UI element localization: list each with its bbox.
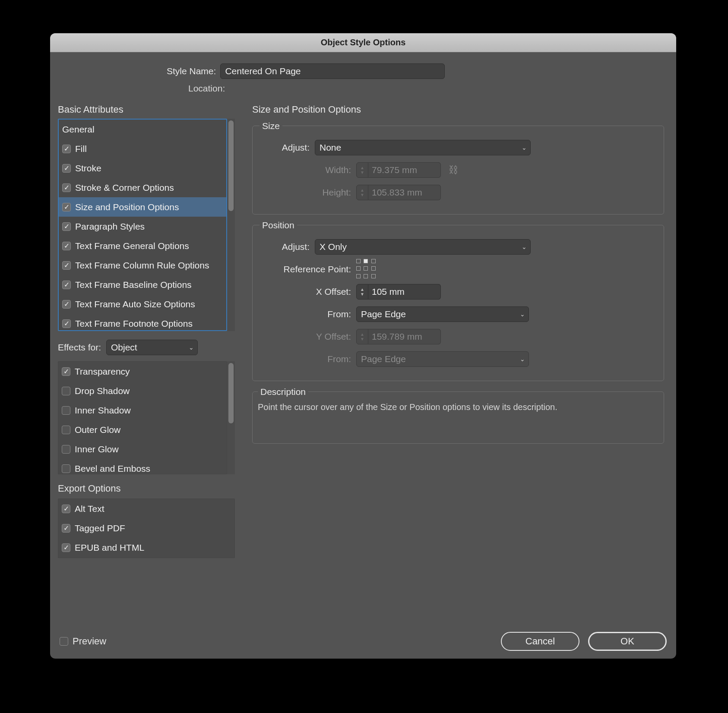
location-label: Location: bbox=[188, 83, 225, 94]
basic-attributes-heading: Basic Attributes bbox=[58, 104, 244, 115]
chevron-down-icon: ⌄ bbox=[520, 311, 525, 318]
height-stepper: ▲▼ bbox=[356, 185, 368, 200]
list-item[interactable]: Stroke & Corner Options bbox=[59, 178, 226, 197]
list-item[interactable]: General bbox=[59, 120, 226, 139]
list-item[interactable]: Text Frame General Options bbox=[59, 236, 226, 256]
list-item-label: Bevel and Emboss bbox=[75, 464, 150, 474]
list-item-label: Fill bbox=[75, 144, 87, 154]
list-item[interactable]: Text Frame Baseline Options bbox=[59, 275, 226, 294]
list-item-label: Alt Text bbox=[75, 504, 104, 514]
list-item[interactable]: Paragraph Styles bbox=[59, 217, 226, 236]
list-item[interactable]: Inner Glow bbox=[58, 439, 227, 459]
x-offset-input[interactable]: 105 mm bbox=[368, 284, 441, 300]
effects-for-label: Effects for: bbox=[58, 342, 101, 353]
panel-title: Size and Position Options bbox=[252, 104, 664, 115]
effects-for-dropdown[interactable]: Object ⌄ bbox=[106, 340, 198, 355]
object-style-options-window: Object Style Options Style Name: Locatio… bbox=[50, 33, 676, 659]
list-item[interactable]: Text Frame Auto Size Options bbox=[59, 294, 226, 314]
chevron-down-icon: ⌄ bbox=[522, 144, 527, 151]
description-legend: Description bbox=[258, 387, 308, 397]
x-offset-stepper[interactable]: ▲▼ bbox=[356, 284, 368, 300]
description-text: Point the cursor over any of the Size or… bbox=[258, 401, 658, 413]
size-adjust-label: Adjust: bbox=[261, 142, 315, 153]
window-title: Object Style Options bbox=[50, 33, 676, 52]
basic-attributes-scrollbar[interactable] bbox=[227, 119, 235, 331]
style-name-input[interactable] bbox=[220, 63, 445, 79]
list-item[interactable]: Alt Text bbox=[58, 499, 234, 518]
list-item[interactable]: Bevel and Emboss bbox=[58, 459, 227, 474]
list-item-label: Stroke & Corner Options bbox=[75, 183, 174, 193]
ok-button[interactable]: OK bbox=[588, 632, 667, 651]
list-item-label: Outer Glow bbox=[75, 425, 120, 435]
width-input: 79.375 mm bbox=[368, 162, 441, 178]
checkbox[interactable] bbox=[62, 524, 70, 533]
position-adjust-dropdown[interactable]: X Only ⌄ bbox=[315, 239, 531, 255]
list-item-label: Text Frame Footnote Options bbox=[75, 319, 193, 329]
export-options-heading: Export Options bbox=[58, 483, 244, 494]
list-item[interactable]: Inner Shadow bbox=[58, 401, 227, 420]
size-group: Size Adjust: None ⌄ Width: ▲▼ 79 bbox=[252, 126, 664, 215]
checkbox[interactable] bbox=[62, 261, 71, 270]
list-item-label: Text Frame Baseline Options bbox=[75, 280, 192, 290]
list-item[interactable]: EPUB and HTML bbox=[58, 538, 234, 557]
list-item[interactable]: Text Frame Footnote Options bbox=[59, 314, 226, 331]
list-item-label: Size and Position Options bbox=[75, 202, 179, 212]
list-item[interactable]: Tagged PDF bbox=[58, 518, 234, 538]
cancel-button[interactable]: Cancel bbox=[501, 632, 579, 651]
checkbox[interactable] bbox=[62, 203, 71, 211]
width-stepper: ▲▼ bbox=[356, 162, 368, 178]
height-label: Height: bbox=[261, 187, 356, 198]
basic-attributes-list[interactable]: GeneralFillStrokeStroke & Corner Options… bbox=[58, 119, 227, 331]
checkbox[interactable] bbox=[62, 145, 71, 153]
y-offset-input: 159.789 mm bbox=[368, 329, 441, 344]
list-item-label: Stroke bbox=[75, 163, 101, 174]
checkbox[interactable] bbox=[62, 222, 71, 231]
list-item-label: Drop Shadow bbox=[75, 386, 130, 396]
description-group: Description Point the cursor over any of… bbox=[252, 391, 664, 444]
list-item[interactable]: Drop Shadow bbox=[58, 381, 227, 401]
list-item-label: Transparency bbox=[75, 366, 130, 377]
list-item[interactable]: Outer Glow bbox=[58, 420, 227, 439]
list-item[interactable]: Size and Position Options bbox=[59, 197, 226, 217]
checkbox[interactable] bbox=[62, 387, 70, 395]
list-item-label: Tagged PDF bbox=[75, 523, 125, 533]
y-offset-label: Y Offset: bbox=[261, 331, 356, 342]
checkbox[interactable] bbox=[62, 164, 71, 173]
x-from-dropdown[interactable]: Page Edge ⌄ bbox=[356, 306, 529, 322]
checkbox[interactable] bbox=[62, 406, 70, 415]
list-item-label: Text Frame Column Rule Options bbox=[75, 260, 209, 271]
list-item-label: General bbox=[62, 124, 95, 135]
effects-scrollbar[interactable] bbox=[227, 361, 235, 474]
checkbox[interactable] bbox=[62, 281, 71, 289]
chevron-down-icon: ⌄ bbox=[520, 356, 525, 363]
list-item[interactable]: Fill bbox=[59, 139, 226, 158]
checkbox[interactable] bbox=[62, 445, 70, 454]
checkbox[interactable] bbox=[62, 426, 70, 434]
list-item[interactable]: Transparency bbox=[58, 362, 227, 381]
checkbox[interactable] bbox=[62, 367, 70, 376]
checkbox[interactable] bbox=[62, 319, 71, 328]
checkbox[interactable] bbox=[62, 242, 71, 250]
effects-list[interactable]: TransparencyDrop ShadowInner ShadowOuter… bbox=[58, 361, 227, 474]
checkbox[interactable] bbox=[62, 300, 71, 309]
preview-label: Preview bbox=[73, 636, 106, 647]
reference-point-label: Reference Point: bbox=[261, 264, 356, 274]
export-options-list[interactable]: Alt TextTagged PDFEPUB and HTML bbox=[58, 498, 235, 558]
chevron-down-icon: ⌄ bbox=[189, 344, 194, 351]
checkbox[interactable] bbox=[62, 505, 70, 513]
list-item-label: Paragraph Styles bbox=[75, 221, 145, 232]
position-adjust-label: Adjust: bbox=[261, 242, 315, 252]
list-item[interactable]: Stroke bbox=[59, 158, 226, 178]
checkbox[interactable] bbox=[62, 464, 70, 473]
list-item-label: Text Frame General Options bbox=[75, 241, 189, 251]
list-item-label: EPUB and HTML bbox=[75, 543, 144, 553]
reference-point-grid[interactable] bbox=[356, 259, 377, 280]
size-legend: Size bbox=[260, 121, 282, 131]
size-adjust-dropdown[interactable]: None ⌄ bbox=[315, 140, 531, 155]
checkbox[interactable] bbox=[62, 183, 71, 192]
x-from-label: From: bbox=[261, 309, 356, 319]
preview-checkbox[interactable] bbox=[60, 637, 68, 646]
list-item-label: Inner Shadow bbox=[75, 405, 131, 416]
checkbox[interactable] bbox=[62, 543, 70, 552]
list-item[interactable]: Text Frame Column Rule Options bbox=[59, 256, 226, 275]
